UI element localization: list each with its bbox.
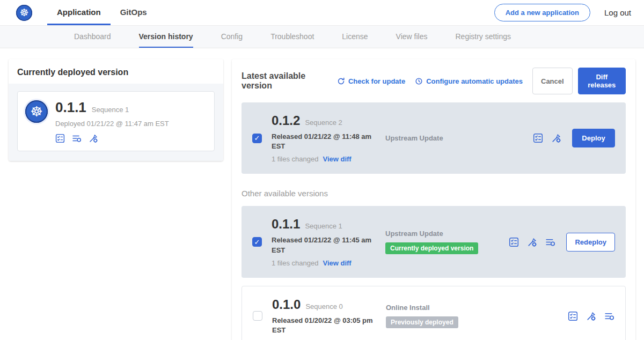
tab-gitops[interactable]: GitOps: [111, 0, 157, 25]
redeploy-button[interactable]: Redeploy: [566, 233, 615, 252]
version-info: 0.1.2 Sequence 2 Released 01/21/22 @ 11:…: [272, 113, 385, 163]
other-versions-title: Other available versions: [241, 189, 626, 198]
subnav-item-dashboard[interactable]: Dashboard: [74, 26, 111, 48]
version-row-0-1-1: ✓ 0.1.1 Sequence 1 Released 01/21/22 @ 1…: [241, 206, 626, 277]
tab-application[interactable]: Application: [47, 0, 111, 25]
version-row-actions: [568, 311, 614, 321]
header-buttons: Cancel Diff releases: [532, 68, 626, 94]
edit-config-icon[interactable]: [586, 311, 596, 321]
main-content: Currently deployed version ☸ 0.1.1 Seque…: [0, 48, 644, 340]
available-versions-header: Latest available version Check for updat…: [241, 68, 626, 94]
view-diff-link[interactable]: View diff: [323, 155, 351, 163]
version-checkbox[interactable]: ✓: [252, 134, 262, 143]
subnav-item-config[interactable]: Config: [221, 26, 243, 48]
version-row-0-1-0: ✓ 0.1.0 Sequence 0 Released 01/20/22 @ 0…: [241, 286, 626, 340]
add-application-button[interactable]: Add a new application: [494, 4, 590, 21]
currently-deployed-badge: Currently deployed version: [385, 242, 478, 254]
deployed-version-card: ☸ 0.1.1 Sequence 1 Deployed 01/21/22 @ 1…: [17, 91, 215, 151]
version-source: Online Install: [386, 304, 507, 312]
deployed-panel-title: Currently deployed version: [9, 59, 223, 84]
release-notes-icon[interactable]: [568, 311, 578, 321]
subnav-item-view-files[interactable]: View files: [396, 26, 428, 48]
version-source-col: Upstream Update Currently deployed versi…: [385, 230, 506, 254]
version-row-0-1-2: ✓ 0.1.2 Sequence 2 Released 01/21/22 @ 1…: [241, 102, 626, 174]
subnav-item-version-history[interactable]: Version history: [139, 26, 193, 48]
version-source-col: Upstream Update: [385, 134, 506, 142]
version-number: 0.1.0: [272, 297, 301, 312]
files-changed-line: 1 files changedView diff: [272, 155, 385, 163]
view-diff-link[interactable]: View diff: [323, 259, 351, 267]
version-row-actions: [533, 133, 561, 143]
top-nav-tabs: Application GitOps: [47, 0, 157, 25]
subnav-item-troubleshoot[interactable]: Troubleshoot: [270, 26, 314, 48]
checkmark-icon: ✓: [254, 135, 260, 142]
version-sequence: Sequence 0: [305, 302, 342, 311]
deployed-version-number: 0.1.1: [55, 99, 86, 116]
release-notes-icon[interactable]: [55, 134, 65, 143]
checkmark-icon: ✓: [254, 239, 260, 246]
deploy-logs-icon[interactable]: [72, 134, 82, 143]
version-row-actions: [509, 237, 555, 247]
version-source-col: Online Install Previously deployed: [386, 304, 507, 328]
available-versions-panel: Latest available version Check for updat…: [232, 59, 635, 340]
files-changed-text: 1 files changed: [272, 155, 318, 163]
deploy-button[interactable]: Deploy: [572, 129, 615, 147]
version-sequence: Sequence 2: [305, 119, 342, 127]
files-changed-line: 1 files changedView diff: [272, 259, 385, 267]
edit-config-icon[interactable]: [89, 134, 98, 143]
clock-icon: [415, 77, 423, 85]
kubernetes-logo-icon: ☸: [16, 5, 32, 21]
deploy-logs-icon[interactable]: [545, 237, 555, 247]
version-sequence: Sequence 1: [305, 222, 342, 230]
deployed-version-sequence: Sequence 1: [92, 106, 129, 114]
release-notes-icon[interactable]: [533, 133, 543, 143]
app-subnav: Dashboard Version history Config Trouble…: [0, 26, 644, 48]
version-source: Upstream Update: [385, 134, 506, 142]
kubernetes-app-icon: ☸: [25, 100, 48, 123]
edit-config-icon[interactable]: [551, 133, 561, 143]
edit-config-icon[interactable]: [527, 237, 537, 247]
version-checkbox[interactable]: ✓: [253, 311, 262, 321]
version-source: Upstream Update: [385, 230, 506, 238]
diff-releases-button[interactable]: Diff releases: [578, 68, 626, 94]
version-info: 0.1.1 Sequence 1 Released 01/21/22 @ 11:…: [272, 217, 385, 267]
deployed-version-info: 0.1.1 Sequence 1 Deployed 01/21/22 @ 11:…: [55, 99, 169, 143]
top-navbar: ☸ Application GitOps Add a new applicati…: [0, 0, 644, 26]
configure-automatic-updates-link[interactable]: Configure automatic updates: [415, 77, 523, 85]
files-changed-text: 1 files changed: [272, 259, 318, 267]
version-checkbox[interactable]: ✓: [252, 237, 262, 247]
released-date: Released 01/20/22 @ 03:05 pm EST: [272, 316, 374, 335]
deployed-date: Deployed 01/21/22 @ 11:47 am EST: [55, 120, 169, 128]
logout-link[interactable]: Log out: [604, 8, 631, 17]
check-for-update-link[interactable]: Check for update: [337, 77, 405, 85]
deployed-card-area: ☸ 0.1.1 Sequence 1 Deployed 01/21/22 @ 1…: [9, 84, 223, 161]
release-notes-icon[interactable]: [509, 237, 519, 247]
currently-deployed-panel: Currently deployed version ☸ 0.1.1 Seque…: [9, 59, 223, 161]
available-panel-title: Latest available version: [241, 71, 328, 91]
cancel-button[interactable]: Cancel: [532, 68, 573, 94]
refresh-icon: [337, 77, 345, 85]
version-number: 0.1.2: [272, 113, 300, 128]
released-date: Released 01/21/22 @ 11:45 am EST: [272, 235, 374, 255]
version-info: 0.1.0 Sequence 0 Released 01/20/22 @ 03:…: [272, 297, 386, 335]
subnav-item-license[interactable]: License: [342, 26, 368, 48]
app-logo-wrap: ☸: [16, 0, 32, 25]
top-nav-right: Add a new application Log out: [494, 0, 631, 25]
released-date: Released 01/21/22 @ 11:48 am EST: [272, 132, 374, 151]
deployed-version-actions: [55, 134, 169, 143]
deploy-logs-icon[interactable]: [604, 311, 614, 321]
version-number: 0.1.1: [272, 217, 300, 232]
previously-deployed-badge: Previously deployed: [386, 316, 458, 328]
subnav-item-registry-settings[interactable]: Registry settings: [455, 26, 510, 48]
